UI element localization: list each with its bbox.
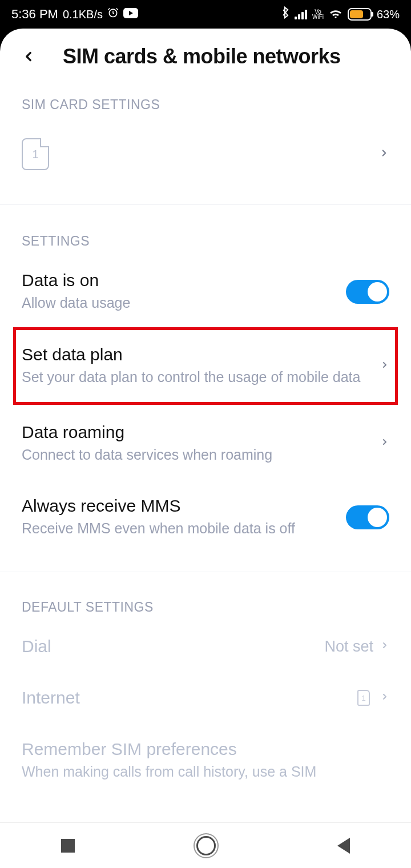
row-title: Internet xyxy=(22,688,346,708)
row-subtitle: Allow data usage xyxy=(22,294,335,313)
status-time: 5:36 PM xyxy=(11,7,58,22)
section-sim-card-settings: SIM CARD SETTINGS xyxy=(22,97,389,112)
data-roaming-row[interactable]: Data roaming Connect to data services wh… xyxy=(22,403,389,481)
circle-icon xyxy=(196,836,216,855)
nav-home-button[interactable] xyxy=(196,836,216,855)
nav-bar xyxy=(0,822,411,868)
chevron-right-icon xyxy=(380,689,389,706)
row-title: Set data plan xyxy=(22,345,369,364)
dial-value: Not set xyxy=(324,638,373,656)
row-subtitle: Receive MMS even when mobile data is off xyxy=(22,519,335,539)
vowifi-icon: VoWiFi xyxy=(312,9,324,19)
internet-row[interactable]: Internet 1 xyxy=(22,672,389,724)
square-icon xyxy=(61,839,75,853)
sim-slot-row[interactable]: 1 xyxy=(22,118,389,204)
chevron-right-icon xyxy=(380,357,389,375)
section-settings: SETTINGS xyxy=(22,234,389,249)
status-bar: 5:36 PM 0.1KB/s VoWiFi xyxy=(0,0,411,29)
chevron-left-icon xyxy=(21,49,36,64)
divider xyxy=(0,204,411,205)
row-title: Remember SIM preferences xyxy=(22,740,378,759)
sim-mini-icon: 1 xyxy=(357,690,370,706)
section-default-settings: DEFAULT SETTINGS xyxy=(22,600,389,615)
divider xyxy=(0,572,411,572)
battery-icon xyxy=(348,8,372,21)
chevron-right-icon xyxy=(380,638,389,655)
chevron-right-icon xyxy=(380,435,389,452)
data-toggle[interactable] xyxy=(346,280,389,304)
mms-toggle-row[interactable]: Always receive MMS Receive MMS even when… xyxy=(22,480,389,554)
row-title: Always receive MMS xyxy=(22,496,335,516)
triangle-icon xyxy=(337,838,350,854)
battery-percent: 63% xyxy=(377,8,400,21)
row-title: Dial xyxy=(22,637,313,656)
youtube-icon xyxy=(123,7,138,22)
data-toggle-row[interactable]: Data is on Allow data usage xyxy=(22,255,389,329)
dial-row[interactable]: Dial Not set xyxy=(22,621,389,672)
wifi-icon xyxy=(329,7,342,22)
nav-recent-button[interactable] xyxy=(61,839,75,853)
set-data-plan-row[interactable]: Set data plan Set your data plan to cont… xyxy=(15,329,396,403)
alarm-icon xyxy=(107,7,119,22)
mms-toggle[interactable] xyxy=(346,505,389,529)
back-button[interactable] xyxy=(17,45,40,68)
chevron-right-icon xyxy=(379,145,389,163)
row-subtitle: When making calls from call history, use… xyxy=(22,762,378,782)
row-subtitle: Set your data plan to control the usage … xyxy=(22,368,369,387)
status-net-speed: 0.1KB/s xyxy=(63,8,103,21)
sim-slot-number: 1 xyxy=(32,148,38,161)
sim-card-icon: 1 xyxy=(22,138,49,170)
row-title: Data is on xyxy=(22,271,335,290)
row-title: Data roaming xyxy=(22,423,369,442)
signal-icon xyxy=(295,9,307,19)
remember-sim-row[interactable]: Remember SIM preferences When making cal… xyxy=(22,724,389,782)
page-title: SIM cards & mobile networks xyxy=(63,45,341,69)
row-subtitle: Connect to data services when roaming xyxy=(22,445,369,465)
nav-back-button[interactable] xyxy=(337,838,350,854)
bluetooth-icon xyxy=(281,6,289,22)
